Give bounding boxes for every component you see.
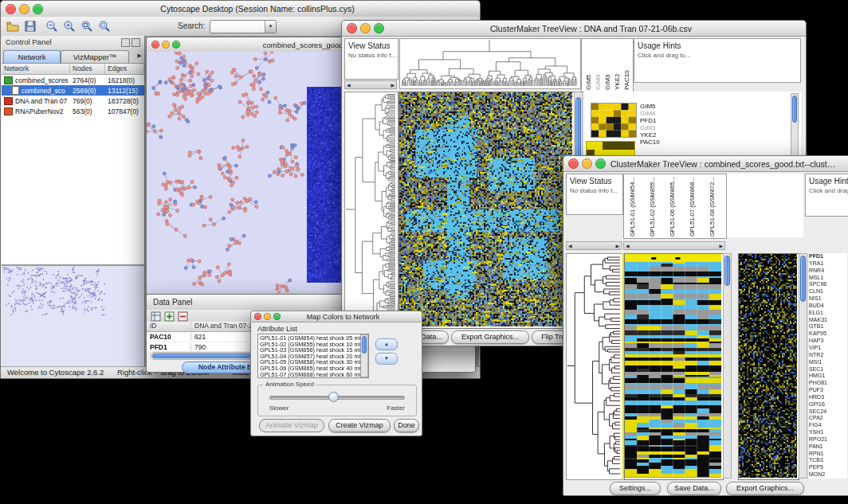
gene-label[interactable]: PFD1 bbox=[809, 253, 847, 260]
heatmap-vscrollbar[interactable] bbox=[723, 253, 732, 479]
gene-label[interactable]: SPC98 bbox=[809, 281, 847, 288]
combined-dendrogram-canvas[interactable] bbox=[567, 254, 621, 478]
heatmap-panel[interactable] bbox=[398, 92, 575, 329]
gene-label[interactable]: NIS1 bbox=[809, 295, 847, 303]
zoom-in-icon[interactable] bbox=[63, 20, 76, 33]
save-data-button[interactable]: Save Data... bbox=[667, 482, 721, 495]
zoom-window-icon[interactable] bbox=[273, 313, 281, 320]
dialog-titlebar[interactable]: Map Colors to Network bbox=[251, 311, 422, 322]
close-icon[interactable] bbox=[254, 313, 261, 320]
column-network[interactable]: Network bbox=[2, 64, 70, 74]
minimize-icon[interactable] bbox=[162, 41, 170, 49]
settings-button[interactable]: Settings... bbox=[610, 482, 661, 495]
heatmap-panel[interactable] bbox=[624, 253, 724, 480]
column-dendrogram-panel[interactable] bbox=[399, 38, 581, 89]
column-nodes[interactable]: Nodes bbox=[70, 64, 105, 74]
gene-list-vscrollbar[interactable] bbox=[799, 253, 807, 479]
gene-label[interactable]: RNR4 bbox=[809, 268, 847, 275]
close-icon[interactable] bbox=[347, 23, 357, 33]
combined-heatmap-canvas[interactable] bbox=[625, 254, 721, 478]
gene-label[interactable]: RPO21 bbox=[809, 436, 847, 443]
float-panel-icon[interactable] bbox=[121, 38, 130, 47]
scrollbar-thumb[interactable] bbox=[724, 256, 730, 286]
gene-label[interactable]: HAP3 bbox=[809, 338, 847, 345]
secondary-heatmap-panel[interactable] bbox=[738, 253, 799, 480]
treeview-combined-titlebar[interactable]: ClusterMaker TreeView : combined_scores_… bbox=[563, 156, 848, 172]
scroll-right-icon[interactable]: ▶ bbox=[615, 243, 619, 248]
export-graphics-button[interactable]: Export Graphics... bbox=[451, 330, 529, 344]
zoom-out-icon[interactable] bbox=[45, 20, 58, 33]
open-session-icon[interactable] bbox=[6, 20, 19, 33]
gene-label[interactable]: MSL1 bbox=[809, 275, 847, 282]
heatmap-hscroll[interactable]: ◀▶ bbox=[623, 241, 725, 250]
search-input[interactable]: ▼ bbox=[210, 20, 277, 33]
gene-label[interactable]: YRA1 bbox=[809, 260, 847, 268]
gene-label[interactable]: YSH1 bbox=[809, 429, 847, 436]
dna-mini-heatmap-canvas[interactable] bbox=[591, 103, 637, 138]
row-dendrogram-panel[interactable] bbox=[344, 92, 398, 329]
gene-label[interactable]: PAN1 bbox=[809, 443, 847, 451]
gene-label[interactable]: HMG1 bbox=[809, 373, 847, 380]
zoom-window-icon[interactable] bbox=[172, 41, 180, 49]
column-edges[interactable]: Edges bbox=[105, 64, 144, 74]
combined-heatmap2-canvas[interactable] bbox=[739, 254, 797, 478]
gene-label[interactable]: SEC1 bbox=[809, 366, 847, 373]
move-down-button[interactable]: ▼ bbox=[375, 353, 398, 365]
gene-label[interactable]: NTR2 bbox=[809, 352, 847, 359]
speed-slider-thumb[interactable] bbox=[328, 392, 339, 402]
zoom-window-icon[interactable] bbox=[33, 4, 43, 14]
network-row[interactable]: combined_scores2764(0)16218(0) bbox=[2, 75, 144, 85]
minimize-icon[interactable] bbox=[19, 4, 29, 14]
zoom-selected-icon[interactable] bbox=[98, 20, 111, 33]
network-row[interactable]: RNAPuberNov2563(0)107847(0) bbox=[2, 106, 144, 116]
birdseye-view[interactable] bbox=[2, 265, 144, 367]
zoom-window-icon[interactable] bbox=[595, 158, 606, 169]
gene-list[interactable]: PFD1YRA1RNR4MSL1SPC98CLN1NIS1BUD4ELG1MAK… bbox=[809, 253, 847, 479]
done-button[interactable]: Done bbox=[394, 419, 419, 432]
scrollbar-thumb[interactable] bbox=[362, 336, 367, 354]
search-dropdown-icon[interactable]: ▼ bbox=[265, 21, 276, 33]
tab-network[interactable]: Network bbox=[3, 50, 61, 63]
gene-label[interactable]: MON2 bbox=[809, 471, 847, 479]
scrollbar-thumb[interactable] bbox=[800, 256, 806, 302]
gene-label[interactable]: ELG1 bbox=[809, 310, 847, 317]
dna-column-dendrogram-canvas[interactable] bbox=[400, 39, 579, 87]
gene-label[interactable]: CPA2 bbox=[809, 415, 847, 422]
gene-label[interactable]: MAK31 bbox=[809, 317, 847, 324]
minimize-icon[interactable] bbox=[360, 23, 371, 33]
list-item[interactable]: GPL51-07 (GSM868) heat shock 60 min bbox=[258, 372, 360, 378]
attribute-listbox[interactable]: GPL51-01 (GSM854) heat shock 05 minGPL51… bbox=[257, 334, 369, 378]
scroll-right-icon[interactable]: ▶ bbox=[391, 82, 395, 88]
gene-label[interactable]: FIG4 bbox=[809, 422, 847, 429]
save-session-icon[interactable] bbox=[24, 20, 37, 33]
close-panel-icon[interactable] bbox=[132, 38, 140, 47]
dna-heatmap-canvas[interactable] bbox=[399, 92, 572, 326]
tab-vizmapper[interactable]: VizMapper™ bbox=[61, 50, 129, 63]
gene-label[interactable]: HRD3 bbox=[809, 394, 847, 401]
zoom-fit-icon[interactable] bbox=[80, 20, 93, 33]
network-row[interactable]: DNA and Tran 07769(0)183728(0) bbox=[2, 96, 144, 106]
animate-vizmap-button[interactable]: Animate Vizmap bbox=[259, 419, 324, 432]
dna-row-dendrogram-canvas[interactable] bbox=[345, 92, 396, 326]
gene-label[interactable]: PEP5 bbox=[809, 464, 847, 471]
gene-label[interactable]: BUD4 bbox=[809, 303, 847, 310]
listbox-vscrollbar[interactable] bbox=[360, 334, 368, 377]
gene-label[interactable]: RPN1 bbox=[809, 451, 847, 458]
scroll-left-icon[interactable]: ◀ bbox=[568, 243, 572, 248]
gene-label[interactable]: GPI16 bbox=[809, 401, 847, 408]
scroll-right-icon[interactable]: ▶ bbox=[719, 243, 723, 248]
network-table-header[interactable]: Network Nodes Edges bbox=[2, 64, 144, 75]
gene-label[interactable]: PHO81 bbox=[809, 380, 847, 387]
scrollbar-thumb[interactable] bbox=[792, 96, 797, 123]
row-dendrogram-panel[interactable] bbox=[566, 253, 623, 480]
main-titlebar[interactable]: Cytoscape Desktop (Session Name: collins… bbox=[1, 1, 480, 18]
gene-label[interactable]: TCB3 bbox=[809, 457, 847, 464]
navigator-hscroll[interactable]: ◀▶ bbox=[566, 241, 622, 250]
scroll-left-icon[interactable]: ◀ bbox=[347, 82, 351, 88]
birdseye-canvas[interactable] bbox=[2, 266, 143, 366]
create-vizmap-button[interactable]: Create Vizmap bbox=[328, 419, 391, 432]
close-icon[interactable] bbox=[568, 158, 579, 169]
gene-label[interactable]: CLN1 bbox=[809, 288, 847, 295]
network-row[interactable]: combined_sco2569(6)13112(15) bbox=[2, 85, 144, 96]
gene-label[interactable]: PUF3 bbox=[809, 387, 847, 394]
